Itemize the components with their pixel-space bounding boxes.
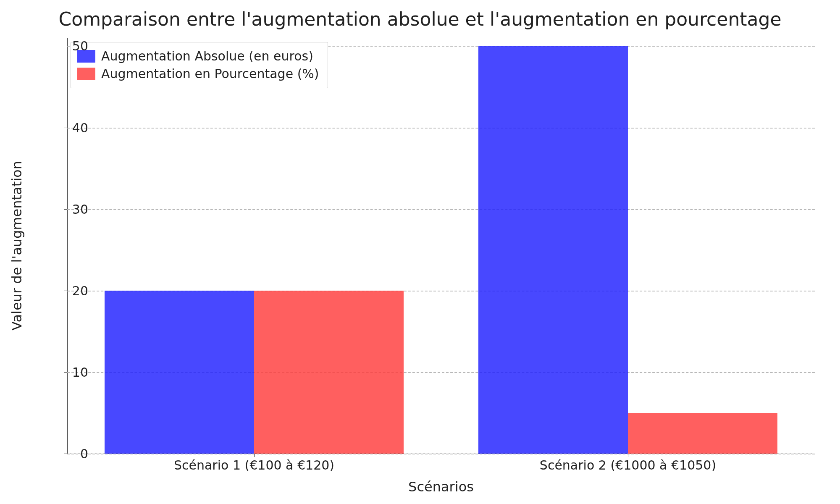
- legend-entry-absolute: Augmentation Absolue (en euros): [77, 47, 319, 65]
- x-tick-mark: [628, 454, 628, 457]
- bar-blue-1: [478, 46, 628, 454]
- gridline: [67, 209, 815, 210]
- bar-blue-0: [105, 291, 254, 454]
- legend: Augmentation Absolue (en euros) Augmenta…: [71, 42, 328, 88]
- chart-figure: Comparaison entre l'augmentation absolue…: [0, 0, 840, 504]
- y-tick-mark: [64, 372, 67, 373]
- plot-area: [67, 38, 815, 454]
- gridline: [67, 128, 815, 129]
- bar-red-0: [254, 291, 404, 454]
- chart-title: Comparaison entre l'augmentation absolue…: [0, 8, 840, 30]
- y-tick-mark: [64, 128, 67, 128]
- legend-label-absolute: Augmentation Absolue (en euros): [101, 47, 313, 65]
- legend-swatch-red-icon: [77, 68, 95, 80]
- y-tick-mark: [64, 291, 67, 291]
- y-tick-mark: [64, 46, 67, 46]
- x-axis-label: Scénarios: [408, 479, 474, 495]
- legend-label-percentage: Augmentation en Pourcentage (%): [101, 65, 319, 83]
- x-tick-label: Scénario 1 (€100 à €120): [174, 458, 334, 472]
- bar-red-1: [628, 413, 777, 454]
- y-axis-label: Valeur de l'augmentation: [9, 161, 25, 331]
- y-tick-mark: [64, 209, 67, 210]
- x-tick-mark: [254, 454, 255, 457]
- gridline: [67, 454, 815, 454]
- legend-entry-percentage: Augmentation en Pourcentage (%): [77, 65, 319, 83]
- y-tick-mark: [64, 454, 67, 454]
- x-tick-label: Scénario 2 (€1000 à €1050): [540, 458, 716, 472]
